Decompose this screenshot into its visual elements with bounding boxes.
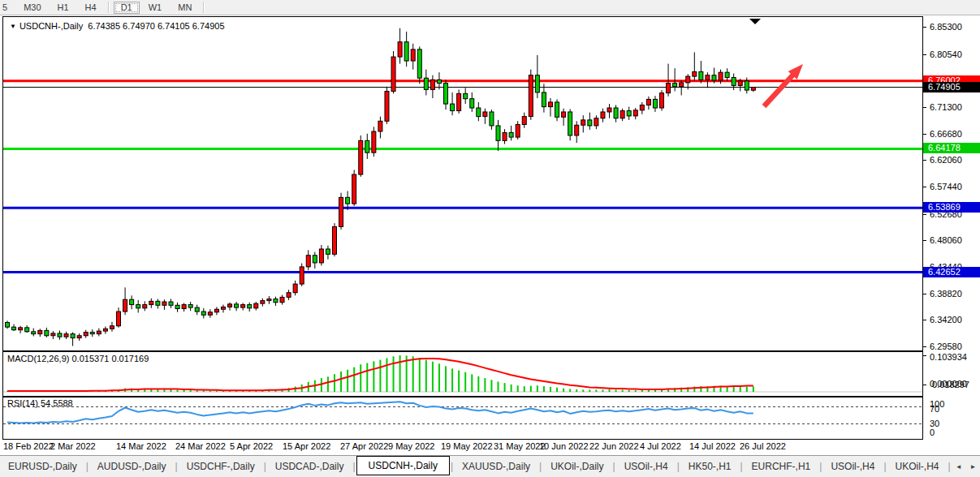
symbol-tab-eurusd-daily[interactable]: EURUSD-,Daily (0, 458, 85, 475)
rsi-label: RSI(14) 54.5588 (7, 398, 73, 408)
price-chart-panel[interactable]: ▼USDCNH-,Daily 6.74385 6.74970 6.74105 6… (2, 16, 923, 351)
timeframe-button-w1[interactable]: W1 (141, 2, 170, 14)
symbol-tab-usoil-h4[interactable]: USOil-,H4 (616, 458, 676, 475)
timeframe-button-5[interactable]: 5 (0, 2, 15, 14)
trend-arrow-object[interactable] (762, 64, 803, 108)
axis-tick-label[interactable]: 6.48060 (930, 235, 962, 245)
axis-tick[interactable] (923, 214, 926, 215)
macd-axis-min-label[interactable]: 0.018297 (932, 380, 969, 389)
date-label[interactable]: 5 Apr 2022 (230, 441, 273, 451)
price-badge-6.74905[interactable]: 6.74905 (923, 82, 980, 92)
axis-tick-label[interactable]: 6.62060 (930, 155, 962, 165)
axis-tick[interactable] (923, 160, 926, 161)
axis-tick[interactable] (923, 267, 926, 268)
candles (6, 28, 756, 346)
macd-values: 0.015371 0.017169 (71, 354, 149, 363)
tab-scroll-controls: |◄► (948, 461, 980, 472)
date-label[interactable]: 27 Apr 2022 (340, 441, 388, 451)
axis-tick-label[interactable]: 6.43440 (930, 262, 962, 272)
date-label[interactable]: 18 Feb 2022 (3, 441, 54, 451)
chart-title: ▼USDCNH-,Daily 6.74385 6.74970 6.74105 6… (10, 21, 225, 31)
date-label[interactable]: 19 May 2022 (441, 441, 493, 451)
date-label[interactable]: 14 Mar 2022 (116, 441, 166, 451)
timeframe-button-mn[interactable]: MN (171, 2, 199, 14)
symbol-tab-bar: EURUSD-,Daily|AUDUSD-,Daily|USDCHF-,Dail… (0, 455, 980, 477)
axis-tick[interactable] (923, 346, 926, 347)
axis-tick[interactable] (923, 54, 926, 55)
date-label[interactable]: 9 May 2022 (388, 441, 434, 451)
date-label[interactable]: 4 Jul 2022 (640, 441, 681, 451)
symbol-tab-ukoil-daily[interactable]: UKOil-,Daily (542, 458, 611, 475)
axis-tick[interactable] (923, 27, 926, 28)
toolbar-separator (108, 2, 110, 13)
macd-axis-max-label[interactable]: 0.103934 (930, 352, 967, 362)
axis-tick[interactable] (923, 107, 926, 108)
symbol-tab-eurchf-h1[interactable]: EURCHF-,H1 (744, 458, 819, 475)
symbol-tab-ukoil-h4[interactable]: UKOil-,H4 (887, 458, 948, 475)
horizontal-lines[interactable] (3, 81, 922, 273)
date-label[interactable]: 26 Jul 2022 (740, 441, 786, 451)
symbol-tab-hk50-h1[interactable]: HK50-,H1 (680, 458, 740, 475)
macd-indicator-panel[interactable]: MACD(12,26,9) 0.015371 0.017169 (2, 351, 923, 397)
date-label[interactable]: 31 May 2022 (494, 441, 546, 451)
date-label[interactable]: 22 Jun 2022 (589, 441, 639, 451)
timeframe-button-m30[interactable]: M30 (16, 2, 48, 14)
axis-tick[interactable] (923, 294, 926, 294)
symbol-tab-usdchf-daily[interactable]: USDCHF-,Daily (179, 458, 263, 475)
symbol-dropdown-icon[interactable]: ▼ (10, 23, 16, 30)
axis-tick[interactable] (923, 355, 926, 356)
axis-tick-label[interactable]: 6.29580 (930, 342, 962, 351)
price-badge-6.42652[interactable]: 6.42652 (923, 267, 980, 277)
rsi-axis-label-0[interactable]: 0 (930, 428, 935, 437)
date-label[interactable]: 24 Mar 2022 (175, 441, 226, 451)
price-badge-6.53869[interactable]: 6.53869 (923, 202, 980, 213)
symbol-tab-usdcad-daily[interactable]: USDCAD-,Daily (267, 458, 352, 475)
axis-tick[interactable] (923, 385, 926, 385)
symbol-tab-audusd-daily[interactable]: AUDUSD-,Daily (89, 458, 175, 475)
ohlc-values: 6.74385 6.74970 6.74105 6.74905 (88, 21, 224, 31)
rsi-indicator-panel[interactable]: RSI(14) 54.5588 (2, 397, 923, 440)
price-chart-canvas[interactable] (3, 17, 922, 350)
axis-tick-label[interactable]: 6.57440 (930, 182, 962, 191)
axis-tick[interactable] (923, 240, 926, 241)
axis-tick-label[interactable]: 6.38820 (930, 289, 962, 299)
macd-axis-min-label[interactable]: 0.000000 (930, 379, 967, 389)
chart-shift-marker-icon[interactable] (749, 19, 761, 24)
symbol-tab-xauusd-daily[interactable]: XAUUSD-,Daily (454, 458, 538, 475)
date-label[interactable]: 15 Apr 2022 (283, 441, 330, 451)
axis-tick[interactable] (923, 320, 926, 320)
axis-tick[interactable] (923, 187, 926, 187)
tab-scroll-right-icon[interactable]: ► (966, 462, 980, 472)
rsi-axis-label-100[interactable]: 100 (930, 399, 944, 409)
price-badge-6.64178[interactable]: 6.64178 (923, 143, 980, 153)
rsi-axis-label-70[interactable]: 70 (930, 404, 939, 414)
axis-tick-label[interactable]: 6.85300 (930, 22, 962, 32)
macd-label: MACD(12,26,9) 0.015371 0.017169 (7, 354, 149, 363)
axis-tick-label[interactable]: 6.66680 (930, 129, 962, 139)
symbol-name: USDCNH-,Daily (19, 21, 83, 31)
date-label[interactable]: 14 Jul 2022 (689, 441, 736, 451)
axis-tick-label[interactable]: 6.71300 (930, 102, 962, 112)
rsi-line (7, 402, 753, 423)
date-label[interactable]: 2 Mar 2022 (50, 441, 96, 451)
tab-scroll-left-icon[interactable]: ◄ (952, 462, 966, 472)
symbol-tab-usdcnh-daily[interactable]: USDCNH-,Daily (356, 456, 450, 475)
timeframe-button-h1[interactable]: H1 (50, 2, 76, 14)
price-badge-6.76002[interactable]: 6.76002 (923, 75, 980, 86)
timeframe-button-h4[interactable]: H4 (78, 2, 104, 14)
rsi-canvas (3, 398, 922, 439)
timeframe-button-d1[interactable]: D1 (114, 2, 140, 14)
date-label[interactable]: 10 Jun 2022 (539, 441, 589, 451)
rsi-axis-label-30[interactable]: 30 (930, 419, 939, 428)
rsi-value: 54.5588 (41, 398, 73, 408)
toolbar-separator (203, 2, 205, 13)
axis-tick-label[interactable]: 6.80540 (930, 49, 962, 59)
timeframe-toolbar: 5M30H1H4D1W1MN (0, 0, 980, 15)
axis-tick[interactable] (923, 134, 926, 135)
axis-tick-label[interactable]: 6.34200 (930, 315, 962, 324)
symbol-tab-usoil-h4[interactable]: USOil-,H4 (822, 458, 883, 475)
axis-tick-label[interactable]: 6.52680 (930, 209, 962, 219)
